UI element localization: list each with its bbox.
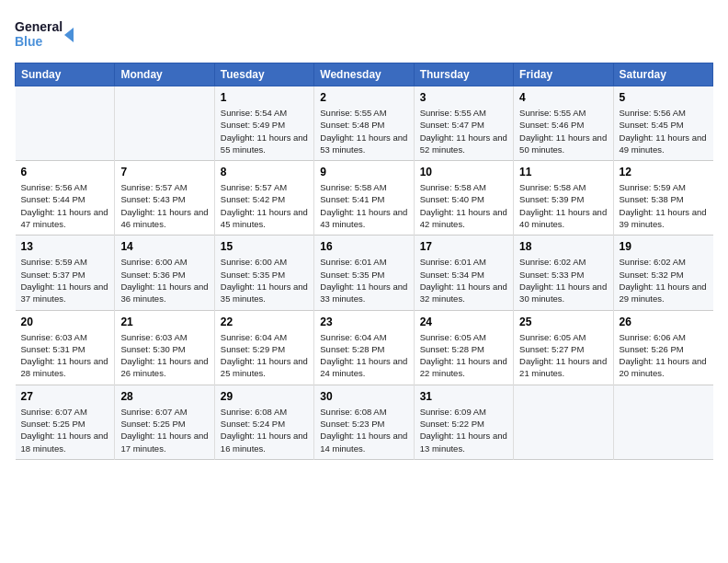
day-number: 29 [221,390,308,403]
day-number: 25 [519,316,607,328]
logo-svg: GeneralBlue [15,15,79,55]
day-info: Sunrise: 6:03 AMSunset: 5:31 PMDaylight:… [21,331,109,380]
calendar-body: 1Sunrise: 5:54 AMSunset: 5:49 PMDaylight… [16,86,713,460]
day-info: Sunrise: 5:58 AMSunset: 5:40 PMDaylight:… [420,181,507,230]
day-info: Sunrise: 5:58 AMSunset: 5:39 PMDaylight:… [519,181,607,230]
day-cell: 14Sunrise: 6:00 AMSunset: 5:36 PMDayligh… [115,236,214,310]
day-number: 20 [21,316,109,328]
day-cell: 3Sunrise: 5:55 AMSunset: 5:47 PMDaylight… [414,86,513,161]
day-info: Sunrise: 6:01 AMSunset: 5:34 PMDaylight:… [420,256,507,304]
logo: GeneralBlue [15,15,79,55]
day-cell: 16Sunrise: 6:01 AMSunset: 5:35 PMDayligh… [314,236,414,310]
header-cell-friday: Friday [514,63,613,86]
day-info: Sunrise: 6:00 AMSunset: 5:35 PMDaylight:… [221,256,308,304]
week-row-2: 6Sunrise: 5:56 AMSunset: 5:44 PMDaylight… [16,161,713,236]
day-info: Sunrise: 6:04 AMSunset: 5:28 PMDaylight:… [320,331,407,380]
day-info: Sunrise: 6:07 AMSunset: 5:25 PMDaylight:… [21,406,109,454]
day-number: 22 [221,316,308,328]
day-cell: 15Sunrise: 6:00 AMSunset: 5:35 PMDayligh… [214,236,313,310]
day-info: Sunrise: 5:54 AMSunset: 5:49 PMDaylight:… [221,107,308,155]
day-info: Sunrise: 6:04 AMSunset: 5:29 PMDaylight:… [221,331,308,380]
week-row-4: 20Sunrise: 6:03 AMSunset: 5:31 PMDayligh… [16,310,713,385]
day-cell: 19Sunrise: 6:02 AMSunset: 5:32 PMDayligh… [613,236,712,310]
day-number: 15 [221,240,308,253]
day-info: Sunrise: 6:05 AMSunset: 5:27 PMDaylight:… [519,331,607,380]
day-cell: 31Sunrise: 6:09 AMSunset: 5:22 PMDayligh… [414,385,513,459]
day-number: 2 [320,91,407,104]
svg-marker-2 [64,28,74,42]
day-number: 13 [21,240,109,253]
header-cell-saturday: Saturday [613,63,712,86]
day-info: Sunrise: 6:00 AMSunset: 5:36 PMDaylight:… [120,256,208,304]
day-cell: 7Sunrise: 5:57 AMSunset: 5:43 PMDaylight… [115,161,214,236]
day-cell: 27Sunrise: 6:07 AMSunset: 5:25 PMDayligh… [16,385,115,459]
day-cell: 6Sunrise: 5:56 AMSunset: 5:44 PMDaylight… [16,161,115,236]
day-info: Sunrise: 6:03 AMSunset: 5:30 PMDaylight:… [120,331,208,380]
day-cell: 11Sunrise: 5:58 AMSunset: 5:39 PMDayligh… [514,161,613,236]
day-info: Sunrise: 5:56 AMSunset: 5:44 PMDaylight:… [21,181,109,230]
header-row: SundayMondayTuesdayWednesdayThursdayFrid… [16,63,713,86]
day-cell: 13Sunrise: 5:59 AMSunset: 5:37 PMDayligh… [16,236,115,310]
header-cell-wednesday: Wednesday [314,63,414,86]
header-cell-monday: Monday [115,63,214,86]
svg-text:Blue: Blue [15,34,43,49]
day-info: Sunrise: 6:06 AMSunset: 5:26 PMDaylight:… [620,331,708,380]
page-header: GeneralBlue [15,15,713,55]
day-number: 12 [620,166,708,178]
day-cell [514,385,613,459]
day-number: 5 [620,91,708,104]
day-number: 21 [120,316,208,328]
day-info: Sunrise: 6:07 AMSunset: 5:25 PMDaylight:… [120,406,208,454]
day-cell: 2Sunrise: 5:55 AMSunset: 5:48 PMDaylight… [314,86,414,161]
day-cell: 29Sunrise: 6:08 AMSunset: 5:24 PMDayligh… [214,385,313,459]
day-info: Sunrise: 6:01 AMSunset: 5:35 PMDaylight:… [320,256,407,304]
day-info: Sunrise: 6:02 AMSunset: 5:32 PMDaylight:… [620,256,708,304]
day-number: 30 [320,390,407,403]
day-info: Sunrise: 5:59 AMSunset: 5:37 PMDaylight:… [21,256,109,304]
day-number: 9 [320,166,407,178]
day-cell: 25Sunrise: 6:05 AMSunset: 5:27 PMDayligh… [514,310,613,385]
day-cell [16,86,115,161]
day-cell: 23Sunrise: 6:04 AMSunset: 5:28 PMDayligh… [314,310,414,385]
day-number: 16 [320,240,407,253]
day-cell: 21Sunrise: 6:03 AMSunset: 5:30 PMDayligh… [115,310,214,385]
day-number: 4 [519,91,607,104]
day-info: Sunrise: 6:09 AMSunset: 5:22 PMDaylight:… [420,406,507,454]
day-cell: 26Sunrise: 6:06 AMSunset: 5:26 PMDayligh… [613,310,712,385]
day-cell [115,86,214,161]
day-cell: 28Sunrise: 6:07 AMSunset: 5:25 PMDayligh… [115,385,214,459]
day-number: 31 [420,390,507,403]
day-number: 26 [620,316,708,328]
week-row-3: 13Sunrise: 5:59 AMSunset: 5:37 PMDayligh… [16,236,713,310]
day-cell: 24Sunrise: 6:05 AMSunset: 5:28 PMDayligh… [414,310,513,385]
day-info: Sunrise: 5:58 AMSunset: 5:41 PMDaylight:… [320,181,407,230]
day-info: Sunrise: 5:55 AMSunset: 5:47 PMDaylight:… [420,107,507,155]
day-info: Sunrise: 6:08 AMSunset: 5:23 PMDaylight:… [320,406,407,454]
day-number: 6 [21,166,109,178]
day-cell: 10Sunrise: 5:58 AMSunset: 5:40 PMDayligh… [414,161,513,236]
day-cell [613,385,712,459]
day-info: Sunrise: 6:05 AMSunset: 5:28 PMDaylight:… [420,331,507,380]
week-row-5: 27Sunrise: 6:07 AMSunset: 5:25 PMDayligh… [16,385,713,459]
day-number: 3 [420,91,507,104]
day-cell: 20Sunrise: 6:03 AMSunset: 5:31 PMDayligh… [16,310,115,385]
day-number: 27 [21,390,109,403]
day-info: Sunrise: 5:59 AMSunset: 5:38 PMDaylight:… [620,181,708,230]
day-info: Sunrise: 5:56 AMSunset: 5:45 PMDaylight:… [620,107,708,155]
day-number: 14 [120,240,208,253]
day-number: 10 [420,166,507,178]
day-number: 8 [221,166,308,178]
day-number: 19 [620,240,708,253]
day-cell: 1Sunrise: 5:54 AMSunset: 5:49 PMDaylight… [214,86,313,161]
day-number: 11 [519,166,607,178]
svg-text:General: General [15,19,63,34]
header-cell-thursday: Thursday [414,63,513,86]
day-info: Sunrise: 5:55 AMSunset: 5:48 PMDaylight:… [320,107,407,155]
day-cell: 22Sunrise: 6:04 AMSunset: 5:29 PMDayligh… [214,310,313,385]
day-cell: 9Sunrise: 5:58 AMSunset: 5:41 PMDaylight… [314,161,414,236]
day-cell: 12Sunrise: 5:59 AMSunset: 5:38 PMDayligh… [613,161,712,236]
day-cell: 30Sunrise: 6:08 AMSunset: 5:23 PMDayligh… [314,385,414,459]
calendar-header: SundayMondayTuesdayWednesdayThursdayFrid… [16,63,713,86]
day-info: Sunrise: 6:02 AMSunset: 5:33 PMDaylight:… [519,256,607,304]
day-number: 28 [120,390,208,403]
